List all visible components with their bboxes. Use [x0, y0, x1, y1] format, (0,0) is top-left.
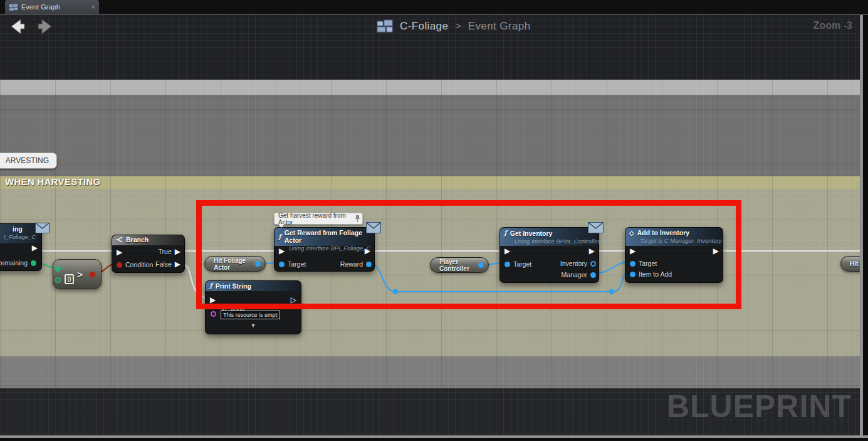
exec-in-pin[interactable]: ▶ [117, 248, 122, 256]
zoom-level-label: Zoom -3 [813, 20, 852, 31]
in-string-pin[interactable] [211, 311, 216, 317]
tab-bar: Event Graph × [0, 0, 868, 14]
pin-label: Remaining [0, 259, 28, 267]
variable-label: Player Controller [439, 258, 474, 272]
pin-label: Target [639, 260, 657, 267]
target-pin[interactable] [505, 262, 510, 267]
expand-arrow-icon[interactable]: ▼ [206, 322, 301, 329]
manager-pin[interactable] [590, 272, 596, 278]
pin-label: Target [513, 260, 531, 268]
true-exec-pin[interactable]: ▶ [175, 248, 180, 255]
tab-label: Event Graph [21, 3, 88, 11]
branch-icon [116, 236, 123, 243]
tooltip-tail [278, 224, 285, 228]
variable-player-controller[interactable]: Player Controller [430, 257, 489, 273]
exec-out-pin[interactable]: ▶ [365, 247, 370, 255]
comment-bubble-icon[interactable] [588, 222, 604, 233]
exec-in-pin[interactable]: ▶ [630, 247, 635, 255]
pin-label: True [159, 248, 172, 255]
exec-in-pin[interactable]: ▶ [279, 247, 285, 255]
window-frame-bottom [0, 435, 868, 441]
variable-output-pin[interactable] [478, 262, 484, 268]
tab-event-graph[interactable]: Event Graph × [5, 0, 99, 14]
print-string-node[interactable]: ƒ Print String ▶ ▷ In String ▼ [205, 280, 301, 334]
false-exec-pin[interactable]: ▶ [175, 260, 180, 268]
node-subtitle: Using Interface BPI_Foliage_C [278, 245, 370, 252]
node-title: Branch [126, 236, 149, 243]
variable-label: Hit Foliage Actor [214, 257, 251, 271]
pin-label: False [155, 260, 172, 268]
exec-out-pin[interactable]: ▶ [589, 247, 595, 255]
exec-out-pin[interactable]: ▶ [32, 244, 38, 252]
breadcrumb-asset[interactable]: C-Foliage [400, 20, 448, 33]
get-reward-node[interactable]: ƒ Get Reward from Foliage Actor Using In… [274, 227, 375, 272]
exec-in-pin[interactable]: ▶ [210, 296, 216, 304]
breadcrumb-page[interactable]: Event Graph [468, 20, 531, 33]
background-band-light [0, 80, 868, 95]
in-string-value-input[interactable] [221, 311, 280, 319]
background-band-gray [0, 95, 868, 176]
compare-operator: > [77, 269, 83, 280]
target-pin[interactable] [279, 262, 285, 267]
compare-input-a-pin[interactable] [55, 266, 61, 272]
compare-greater-node[interactable]: 0 > [53, 259, 102, 289]
variable-hit-foliage-actor[interactable]: Hit Foliage Actor [204, 256, 266, 272]
variable-output-pin[interactable] [255, 261, 261, 267]
node-comment-tooltip[interactable]: Get harvest reward from Actor [274, 213, 363, 225]
exec-out-pin[interactable]: ▶ [713, 247, 719, 255]
forward-arrow-icon[interactable] [36, 18, 54, 35]
pin-label: Item to Add [639, 270, 672, 278]
exec-in-pin[interactable]: ▶ [505, 247, 510, 255]
back-arrow-icon[interactable] [9, 18, 26, 35]
comment-bubble-icon[interactable] [35, 223, 50, 233]
node-title: Get Inventory [510, 230, 553, 237]
function-icon: ƒ [504, 229, 507, 237]
target-pin[interactable] [630, 261, 635, 267]
blueprint-icon [377, 19, 393, 33]
tab-grid-icon [9, 4, 18, 11]
blueprint-editor-window: BLUEPRINT C-Foliage > Event Graph Zoom -… [0, 0, 868, 441]
node-subtitle: Using Interface BPint_Controller_C [504, 238, 595, 245]
pin-label: Manager [562, 271, 587, 279]
window-frame-right [860, 0, 868, 441]
condition-pin[interactable] [117, 262, 122, 268]
pin-label: Inventory [560, 260, 587, 267]
background-band-gray-bottom [0, 356, 868, 388]
breadcrumb-separator-icon: > [455, 21, 461, 32]
branch-node[interactable]: Branch ▶ Condition True ▶ False ▶ [112, 235, 185, 273]
node-title: Print String [216, 282, 251, 290]
comment-bubble-icon[interactable] [366, 222, 381, 233]
pin-label: Reward [340, 260, 363, 268]
pin-label: Target [288, 260, 306, 268]
reward-pin[interactable] [366, 262, 372, 267]
comment-header-band[interactable] [0, 176, 868, 189]
comment-bubble[interactable]: ARVESTING [0, 152, 57, 169]
function-icon: ƒ [209, 282, 212, 290]
compare-input-b-pin[interactable] [55, 277, 61, 283]
comment-title[interactable]: WHEN HARVESTING [5, 176, 101, 187]
remaining-pin[interactable] [31, 260, 36, 266]
pin-icon[interactable] [355, 215, 360, 223]
compare-default-value[interactable]: 0 [65, 274, 74, 284]
item-to-add-pin[interactable] [630, 272, 635, 277]
node-title: Get Reward from Foliage Actor [285, 229, 370, 244]
node-subtitle: I_Foliage_C [0, 233, 38, 240]
add-to-inventory-node[interactable]: ◇ Add to Inventory Target is C Manager- … [625, 227, 723, 283]
function-icon: ƒ [278, 233, 281, 241]
compare-result-pin[interactable] [90, 272, 95, 277]
pin-label: Condition [125, 261, 153, 268]
node-subtitle: Target is C Manager- Inventory [629, 237, 719, 244]
diamond-icon: ◇ [629, 230, 634, 236]
exec-out-pin[interactable]: ▷ [291, 296, 296, 304]
node-title: ing [0, 225, 38, 233]
breadcrumb: C-Foliage > Event Graph [377, 19, 530, 33]
get-inventory-node[interactable]: ƒ Get Inventory Using Interface BPint_Co… [499, 227, 599, 283]
node-comment-text: Get harvest reward from Actor [278, 212, 355, 226]
inventory-pin[interactable] [590, 261, 596, 267]
blueprint-watermark: BLUEPRINT [667, 388, 852, 425]
node-title: Add to Inventory [637, 229, 689, 236]
canvas-top-border [0, 14, 868, 15]
close-icon[interactable]: × [92, 3, 95, 11]
